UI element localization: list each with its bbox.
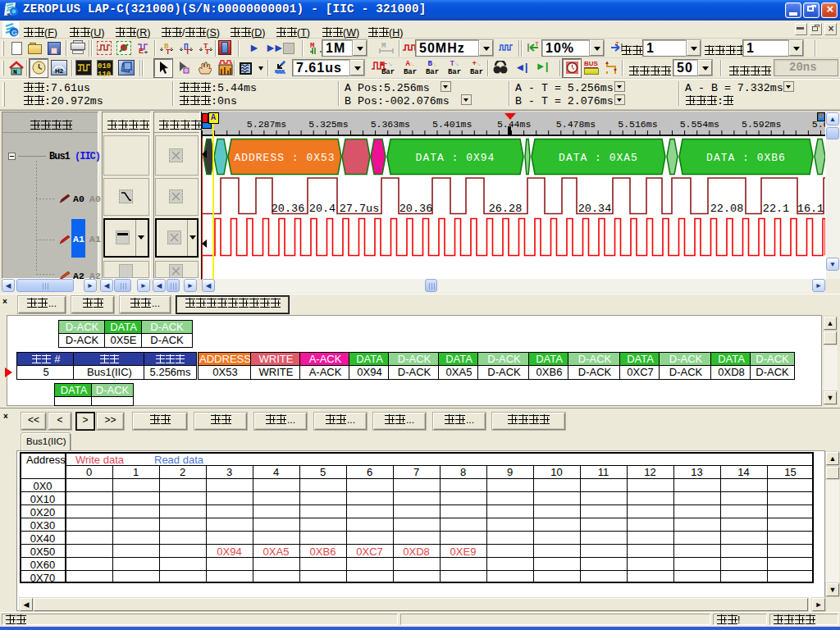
svg-text:22.1: 22.1 — [763, 203, 789, 215]
svg-text:T: T — [205, 48, 210, 56]
svg-text:5.592ms: 5.592ms — [742, 119, 781, 130]
svg-text:G: G — [11, 29, 17, 37]
svg-text:20.34: 20.34 — [578, 203, 612, 215]
svg-text:DATA : 0X94: DATA : 0X94 — [416, 152, 495, 164]
svg-text:5.401ms: 5.401ms — [432, 119, 472, 130]
svg-text:ADDRESS : 0X53: ADDRESS : 0X53 — [234, 152, 335, 164]
svg-text:DATA : 0XA5: DATA : 0XA5 — [559, 152, 638, 164]
svg-text:M: M — [381, 42, 386, 50]
svg-text:T: T — [166, 48, 171, 56]
svg-text:20.36: 20.36 — [272, 203, 305, 215]
svg-text:5.516ms: 5.516ms — [618, 119, 657, 130]
svg-text:H2: H2 — [55, 67, 64, 75]
svg-text:20.4: 20.4 — [309, 203, 336, 215]
svg-text:22.08: 22.08 — [710, 203, 744, 215]
svg-text:27.7us: 27.7us — [340, 203, 380, 215]
svg-text:5.363ms: 5.363ms — [371, 119, 410, 130]
svg-text:DATA : 0XB6: DATA : 0XB6 — [706, 152, 786, 164]
svg-text:T: T — [185, 48, 190, 56]
svg-text:5.325ms: 5.325ms — [308, 119, 348, 130]
svg-text:16.1: 16.1 — [797, 203, 824, 215]
svg-text:T: T — [535, 41, 539, 48]
svg-text:5.287ms: 5.287ms — [247, 119, 286, 130]
svg-text:N: N — [13, 68, 17, 75]
svg-text:5.554ms: 5.554ms — [680, 119, 719, 130]
svg-text:T: T — [615, 41, 619, 48]
svg-text:E: E — [139, 47, 144, 55]
svg-text:20.36: 20.36 — [399, 203, 433, 215]
svg-text:26.28: 26.28 — [489, 203, 523, 215]
svg-text:5.478ms: 5.478ms — [556, 119, 596, 130]
